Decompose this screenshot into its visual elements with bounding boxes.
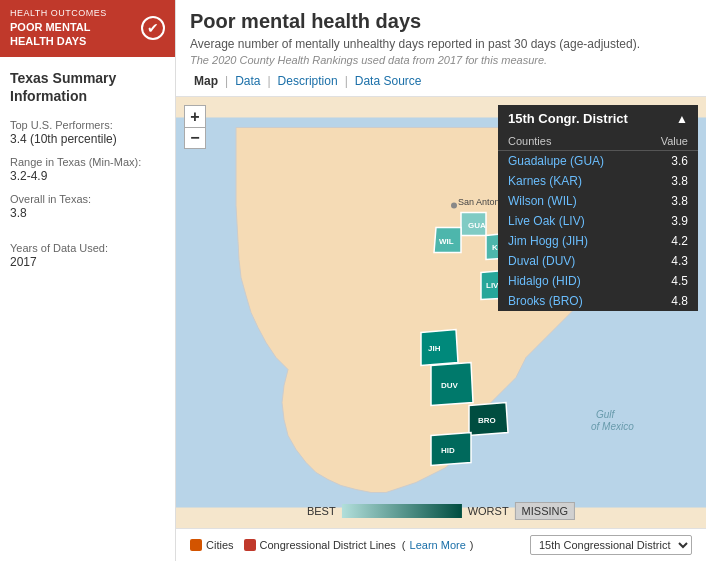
- county-value-kar: 3.8: [671, 174, 688, 188]
- popup-header: 15th Congr. District ▲: [498, 105, 698, 132]
- san-antonio-dot: [451, 203, 457, 209]
- main-content: Poor mental health days Average number o…: [175, 0, 706, 561]
- legend-missing-label: MISSING: [515, 502, 575, 520]
- county-name-wil: Wilson (WIL): [508, 194, 577, 208]
- cities-legend-item: Cities: [190, 539, 234, 551]
- stat-value-top-performers: 3.4 (10th percentile): [10, 132, 165, 146]
- gulf-label2: of Mexico: [591, 421, 634, 432]
- popup-row-bro[interactable]: Brooks (BRO) 4.8: [498, 291, 698, 311]
- popup-row-duv[interactable]: Duval (DUV) 4.3: [498, 251, 698, 271]
- stat-label-range: Range in Texas (Min-Max):: [10, 156, 165, 168]
- county-name-bro: Brooks (BRO): [508, 294, 583, 308]
- main-header: Poor mental health days Average number o…: [176, 0, 706, 97]
- county-name-hid: Hidalgo (HID): [508, 274, 581, 288]
- district-select[interactable]: 15th Congressional District 1st Congress…: [530, 535, 692, 555]
- county-value-liv: 3.9: [671, 214, 688, 228]
- label-bro: BRO: [478, 416, 496, 425]
- gulf-label: Gulf: [596, 409, 616, 420]
- stat-label-years: Years of Data Used:: [10, 242, 165, 254]
- tab-data[interactable]: Data: [231, 72, 264, 90]
- popup-row-liv[interactable]: Live Oak (LIV) 3.9: [498, 211, 698, 231]
- county-name-jih: Jim Hogg (JIH): [508, 234, 588, 248]
- county-value-jih: 4.2: [671, 234, 688, 248]
- stat-row-range: Range in Texas (Min-Max): 3.2-4.9: [10, 156, 165, 183]
- legend-best-label: BEST: [307, 505, 336, 517]
- district-popup: 15th Congr. District ▲ Counties Value Gu…: [498, 105, 698, 311]
- stat-row-years: Years of Data Used: 2017: [10, 242, 165, 269]
- zoom-in-button[interactable]: +: [184, 105, 206, 127]
- subtitle: Average number of mentally unhealthy day…: [190, 37, 692, 51]
- label-wil: WIL: [439, 237, 454, 246]
- county-name-gua: Guadalupe (GUA): [508, 154, 604, 168]
- header-icon[interactable]: ✔: [141, 16, 165, 40]
- stat-value-years: 2017: [10, 255, 165, 269]
- county-value-bro: 4.8: [671, 294, 688, 308]
- label-gua: GUA: [468, 221, 486, 230]
- zoom-out-button[interactable]: −: [184, 127, 206, 149]
- map-controls: + −: [184, 105, 206, 149]
- tabs: Map | Data | Description | Data Source: [190, 72, 692, 90]
- sidebar-content: Texas Summary Information Top U.S. Perfo…: [0, 57, 175, 561]
- cities-dot: [190, 539, 202, 551]
- tab-divider-2: |: [267, 74, 270, 88]
- learn-more-link[interactable]: Learn More: [410, 539, 466, 551]
- stat-label-top-performers: Top U.S. Performers:: [10, 119, 165, 131]
- tab-data-source[interactable]: Data Source: [351, 72, 426, 90]
- popup-row-kar[interactable]: Karnes (KAR) 3.8: [498, 171, 698, 191]
- popup-row-gua[interactable]: Guadalupe (GUA) 3.6: [498, 151, 698, 171]
- label-jih: JIH: [428, 344, 441, 353]
- popup-col-value: Value: [661, 135, 688, 147]
- county-name-duv: Duval (DUV): [508, 254, 575, 268]
- county-value-duv: 4.3: [671, 254, 688, 268]
- popup-row-hid[interactable]: Hidalgo (HID) 4.5: [498, 271, 698, 291]
- county-value-gua: 3.6: [671, 154, 688, 168]
- districts-legend-item: Congressional District Lines ( Learn Mor…: [244, 539, 474, 551]
- stat-row-top-performers: Top U.S. Performers: 3.4 (10th percentil…: [10, 119, 165, 146]
- stat-value-overall: 3.8: [10, 206, 165, 220]
- stat-label-overall: Overall in Texas:: [10, 193, 165, 205]
- label-duv: DUV: [441, 381, 459, 390]
- tab-divider-3: |: [345, 74, 348, 88]
- label-hid: HID: [441, 446, 455, 455]
- sidebar-header-content: HEALTH OUTCOMES POOR MENTAL HEALTH DAYS: [10, 8, 135, 49]
- sidebar-category: HEALTH OUTCOMES: [10, 8, 135, 18]
- summary-title: Texas Summary Information: [10, 69, 165, 105]
- county-value-hid: 4.5: [671, 274, 688, 288]
- county-name-liv: Live Oak (LIV): [508, 214, 585, 228]
- learn-more-paren-open: (: [402, 539, 406, 551]
- legend-gradient: [342, 504, 462, 518]
- districts-dot: [244, 539, 256, 551]
- popup-table-header: Counties Value: [498, 132, 698, 151]
- map-container: Gulf of Mexico GUA KAR WIL LIV JIH: [176, 97, 706, 528]
- sidebar-header: HEALTH OUTCOMES POOR MENTAL HEALTH DAYS …: [0, 0, 175, 57]
- county-value-wil: 3.8: [671, 194, 688, 208]
- sidebar-title: POOR MENTAL HEALTH DAYS: [10, 20, 135, 49]
- popup-row-wil[interactable]: Wilson (WIL) 3.8: [498, 191, 698, 211]
- popup-title: 15th Congr. District: [508, 111, 628, 126]
- tab-description[interactable]: Description: [274, 72, 342, 90]
- footer: Cities Congressional District Lines ( Le…: [176, 528, 706, 561]
- tab-map[interactable]: Map: [190, 72, 222, 90]
- districts-label: Congressional District Lines: [260, 539, 396, 551]
- legend-worst-label: WORST: [468, 505, 509, 517]
- tab-divider-1: |: [225, 74, 228, 88]
- map-area: Gulf of Mexico GUA KAR WIL LIV JIH: [176, 97, 706, 528]
- legend: BEST WORST MISSING: [307, 502, 575, 520]
- learn-more-paren-close: ): [470, 539, 474, 551]
- popup-chevron-icon[interactable]: ▲: [676, 112, 688, 126]
- stat-value-range: 3.2-4.9: [10, 169, 165, 183]
- stat-row-overall: Overall in Texas: 3.8: [10, 193, 165, 220]
- sidebar: HEALTH OUTCOMES POOR MENTAL HEALTH DAYS …: [0, 0, 175, 561]
- page-title: Poor mental health days: [190, 10, 692, 33]
- popup-row-jih[interactable]: Jim Hogg (JIH) 4.2: [498, 231, 698, 251]
- data-note: The 2020 County Health Rankings used dat…: [190, 54, 692, 66]
- cities-label: Cities: [206, 539, 234, 551]
- popup-col-counties: Counties: [508, 135, 551, 147]
- county-name-kar: Karnes (KAR): [508, 174, 582, 188]
